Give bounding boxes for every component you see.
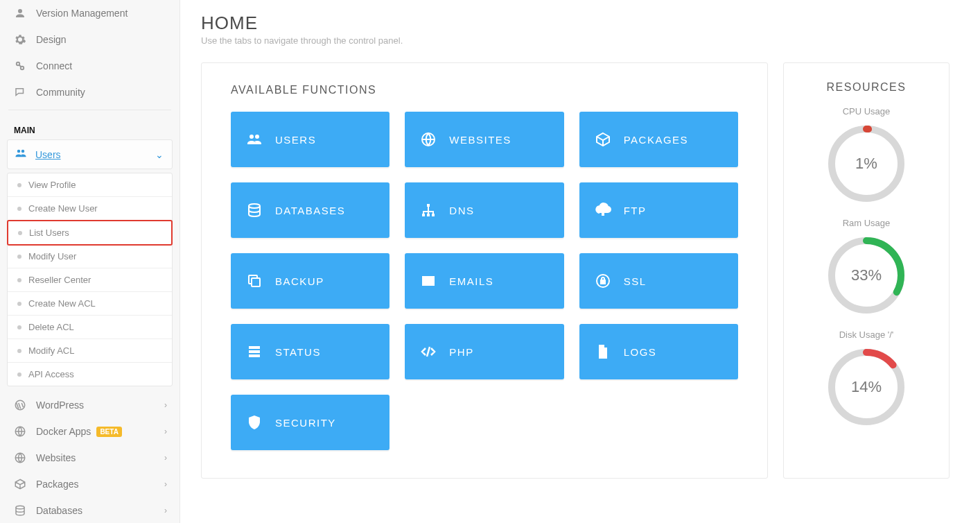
wordpress-icon: [12, 399, 28, 411]
svg-rect-14: [427, 214, 430, 216]
submenu-modify-acl[interactable]: Modify ACL: [8, 339, 172, 363]
beta-badge: BETA: [96, 427, 121, 437]
tile-label: DNS: [449, 205, 474, 216]
submenu-label: Create New ACL: [28, 298, 96, 309]
tile-emails[interactable]: EMAILS: [405, 253, 563, 309]
tile-label: SECURITY: [275, 417, 336, 429]
sidebar-item-databases[interactable]: Databases ›: [0, 497, 180, 523]
sidebar-item-label: Design: [36, 34, 67, 45]
sidebar-item-packages[interactable]: Packages ›: [0, 471, 180, 497]
gauge-title: Disk Usage '/': [798, 329, 935, 340]
chevron-right-icon: ›: [164, 506, 167, 515]
tile-label: EMAILS: [449, 275, 493, 287]
svg-rect-21: [249, 354, 260, 357]
svg-rect-13: [422, 214, 425, 216]
resources-panel: RESOURCES CPU Usage1%Ram Usage33%Disk Us…: [783, 62, 950, 479]
submenu-view-profile[interactable]: View Profile: [8, 173, 172, 197]
sidebar: Version Management Design Connect Commun…: [0, 0, 180, 523]
chevron-right-icon: ›: [164, 479, 167, 489]
submenu-reseller-center[interactable]: Reseller Center: [8, 268, 172, 292]
tile-ftp[interactable]: FTP: [579, 182, 738, 238]
sidebar-item-design[interactable]: Design: [0, 26, 180, 53]
code-icon: [419, 343, 438, 360]
available-functions-panel: AVAILABLE FUNCTIONS USERS WEBSITES PACKA…: [201, 62, 768, 479]
gauge-ring: 1%: [826, 123, 907, 204]
divider: [8, 110, 171, 110]
sidebar-item-websites[interactable]: Websites ›: [0, 445, 180, 471]
link-icon: [12, 60, 28, 72]
sidebar-submenu-users: View Profile Create New User List Users …: [7, 173, 173, 386]
file-icon: [593, 343, 613, 360]
tile-php[interactable]: PHP: [405, 324, 563, 379]
sidebar-item-label: Users: [35, 149, 61, 160]
submenu-label: Modify User: [28, 251, 76, 262]
chevron-down-icon: ⌄: [155, 149, 164, 160]
tile-label: BACKUP: [275, 275, 324, 287]
tile-label: WEBSITES: [449, 134, 511, 146]
gauge-title: CPU Usage: [798, 106, 935, 117]
box-icon: [12, 478, 28, 490]
tile-label: PHP: [449, 346, 473, 358]
submenu-label: Delete ACL: [28, 322, 74, 332]
tile-websites[interactable]: WEBSITES: [405, 112, 563, 167]
sidebar-item-label: Packages: [36, 479, 78, 490]
sidebar-item-label: Community: [36, 87, 85, 98]
server-icon: [245, 343, 264, 360]
chat-icon: [12, 86, 28, 98]
submenu-api-access[interactable]: API Access: [8, 363, 172, 386]
sidebar-item-version-management[interactable]: Version Management: [0, 0, 180, 26]
svg-rect-19: [249, 346, 260, 349]
submenu-create-new-user[interactable]: Create New User: [8, 197, 172, 221]
lock-icon: [593, 273, 613, 289]
sidebar-section-main: MAIN: [0, 116, 180, 139]
tile-logs[interactable]: LOGS: [579, 324, 738, 379]
gauge-ring: 14%: [826, 347, 907, 427]
tile-users[interactable]: USERS: [231, 112, 390, 167]
functions-heading: AVAILABLE FUNCTIONS: [231, 84, 738, 96]
chevron-right-icon: ›: [164, 453, 167, 463]
sidebar-item-label: Version Management: [36, 8, 128, 19]
svg-point-5: [16, 506, 24, 509]
submenu-label: API Access: [28, 369, 74, 379]
database-icon: [245, 202, 264, 218]
gauge-value: 33%: [826, 235, 907, 316]
tile-dns[interactable]: DNS: [405, 182, 563, 238]
submenu-label: Modify ACL: [28, 345, 74, 356]
gauge-value: 14%: [826, 347, 907, 427]
box-icon: [593, 131, 613, 148]
submenu-label: List Users: [29, 228, 69, 238]
tile-status[interactable]: STATUS: [231, 324, 390, 379]
resources-heading: RESOURCES: [798, 81, 935, 94]
sidebar-item-wordpress[interactable]: WordPress ›: [0, 392, 180, 418]
tile-label: USERS: [275, 134, 316, 146]
submenu-delete-acl[interactable]: Delete ACL: [8, 316, 172, 339]
shield-icon: [245, 414, 264, 431]
gauge-ring: 33%: [826, 235, 907, 316]
globe-icon: [12, 452, 28, 464]
tile-label: SSL: [624, 275, 647, 287]
svg-rect-20: [249, 350, 260, 353]
svg-rect-18: [601, 280, 605, 284]
submenu-list-users[interactable]: List Users: [7, 220, 173, 246]
submenu-label: View Profile: [28, 180, 76, 190]
submenu-modify-user[interactable]: Modify User: [8, 245, 172, 268]
tile-databases[interactable]: DATABASES: [231, 182, 390, 238]
globe-icon: [419, 131, 438, 148]
sidebar-item-docker-apps[interactable]: Docker Apps BETA ›: [0, 418, 180, 445]
submenu-create-new-acl[interactable]: Create New ACL: [8, 292, 172, 316]
cloud-upload-icon: [593, 202, 613, 218]
chevron-right-icon: ›: [164, 400, 167, 410]
sidebar-item-community[interactable]: Community: [0, 79, 180, 105]
person-icon: [12, 7, 28, 19]
tile-backup[interactable]: BACKUP: [231, 253, 390, 309]
tile-packages[interactable]: PACKAGES: [579, 112, 738, 167]
gauge-value: 1%: [826, 123, 907, 204]
sidebar-item-users[interactable]: Users ⌄: [7, 139, 173, 169]
tile-security[interactable]: SECURITY: [231, 395, 390, 450]
globe-icon: [12, 425, 28, 438]
chevron-right-icon: ›: [164, 427, 167, 436]
tile-ssl[interactable]: SSL: [579, 253, 738, 309]
page-title: HOME: [201, 12, 950, 34]
sidebar-item-connect[interactable]: Connect: [0, 53, 180, 79]
gear-icon: [12, 33, 28, 46]
